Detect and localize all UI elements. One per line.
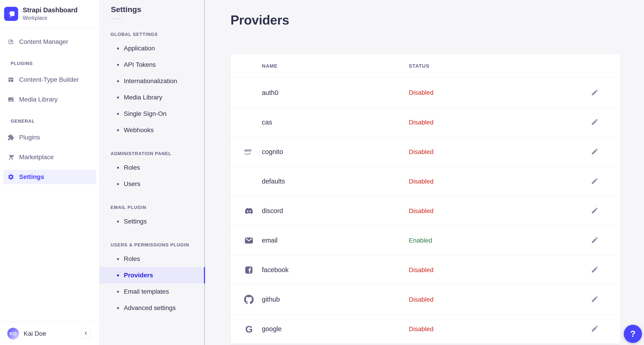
pencil-icon [591, 325, 598, 333]
collapse-sidebar-button[interactable] [81, 328, 90, 339]
edit-provider-button[interactable] [590, 265, 600, 275]
provider-status: Disabled [409, 326, 590, 333]
page-title: Providers [230, 12, 620, 28]
pencil-icon [591, 148, 598, 156]
column-header-status: STATUS [409, 63, 600, 69]
workspace-name: Workplace [23, 15, 78, 21]
sidebar-item-label: Marketplace [19, 154, 54, 161]
subnav-item-api-tokens[interactable]: API Tokens [100, 56, 205, 73]
edit-provider-button[interactable] [590, 236, 600, 246]
subnav-item-media-library[interactable]: Media Library [100, 89, 205, 106]
provider-name: cognito [262, 148, 283, 156]
avatar: KD [7, 328, 19, 340]
question-mark-icon: ? [630, 329, 635, 339]
settings-subnav: Settings GLOBAL SETTINGS Application API… [100, 0, 205, 345]
workspace-brand[interactable]: Strapi Dashboard Workplace [0, 0, 99, 28]
bullet-icon [117, 167, 119, 169]
sidebar-item-settings[interactable]: Settings [3, 170, 96, 184]
provider-status: Enabled [409, 237, 590, 244]
edit-provider-button[interactable] [590, 324, 600, 334]
provider-name: auth0 [262, 89, 278, 96]
subnav-item-admin-roles[interactable]: Roles [100, 160, 205, 176]
chevron-left-icon [83, 331, 88, 336]
edit-provider-button[interactable] [590, 118, 600, 128]
pencil-icon [591, 177, 598, 186]
provider-status: Disabled [409, 266, 590, 274]
provider-status: Disabled [409, 119, 590, 126]
subnav-item-single-sign-on[interactable]: Single Sign-On [100, 106, 205, 122]
subnav-item-webhooks[interactable]: Webhooks [100, 122, 205, 138]
subnav-item-internationalization[interactable]: Internationalization [100, 73, 205, 89]
sidebar-item-label: Content-Type Builder [19, 76, 79, 83]
pencil-icon [591, 207, 598, 215]
table-row: github Disabled [230, 284, 620, 314]
edit-provider-button[interactable] [590, 206, 600, 216]
bullet-icon [117, 258, 119, 260]
sidebar-section-plugins: PLUGINS [11, 61, 96, 66]
sidebar-item-content-manager[interactable]: Content Manager [3, 34, 96, 49]
table-header: NAME STATUS [230, 54, 620, 78]
bullet-icon [117, 80, 119, 82]
subnav-title: Settings [111, 5, 205, 14]
main-content: Providers NAME STATUS auth0 Disabled cas… [205, 0, 644, 345]
github-icon [244, 295, 254, 304]
pencil-icon [591, 266, 598, 274]
sidebar-item-plugins[interactable]: Plugins [3, 130, 96, 145]
edit-provider-button[interactable] [590, 294, 600, 304]
subnav-item-advanced-settings[interactable]: Advanced settings [100, 300, 205, 316]
user-zone: KD Kai Doe [0, 322, 99, 345]
sidebar-section-general: GENERAL [11, 118, 96, 124]
bullet-icon [117, 48, 119, 50]
subnav-item-email-templates[interactable]: Email templates [100, 284, 205, 300]
sidebar-item-marketplace[interactable]: Marketplace [3, 150, 96, 164]
table-row: discord Disabled [230, 196, 620, 226]
edit-provider-button[interactable] [590, 147, 600, 157]
provider-status: Disabled [409, 148, 590, 156]
settings-gear-icon [8, 174, 14, 180]
bullet-icon [117, 96, 119, 98]
subnav-item-email-settings[interactable]: Settings [100, 213, 205, 230]
plugins-puzzle-icon [8, 134, 14, 141]
pencil-icon [591, 88, 598, 97]
pencil-icon [591, 118, 598, 126]
subnav-item-admin-users[interactable]: Users [100, 176, 205, 192]
sidebar-item-label: Media Library [19, 96, 58, 103]
bullet-icon [117, 129, 119, 131]
pencil-icon [591, 295, 598, 304]
user-name: Kai Doe [24, 330, 76, 337]
provider-status: Disabled [409, 178, 590, 185]
table-row: email Enabled [230, 226, 620, 255]
provider-name: defaults [262, 178, 285, 185]
discord-icon [244, 207, 254, 215]
sidebar-item-media-library[interactable]: Media Library [3, 92, 96, 107]
subnav-section-email-plugin: EMAIL PLUGIN [110, 205, 205, 210]
strapi-logo-icon [4, 7, 18, 21]
bullet-icon [117, 113, 119, 115]
media-library-icon [8, 96, 14, 103]
subnav-item-providers[interactable]: Providers [100, 267, 205, 284]
bullet-icon [117, 220, 119, 222]
provider-name: cas [262, 118, 272, 126]
edit-provider-button[interactable] [590, 176, 600, 186]
provider-name: github [262, 296, 280, 303]
pencil-icon [591, 236, 598, 244]
app-title: Strapi Dashboard [23, 6, 78, 14]
bullet-icon [117, 183, 119, 185]
sidebar-item-label: Settings [19, 173, 44, 180]
table-row: facebook Disabled [230, 255, 620, 284]
subnav-item-up-roles[interactable]: Roles [100, 251, 205, 267]
edit-provider-button[interactable] [590, 88, 600, 98]
main-sidebar: Strapi Dashboard Workplace Content Manag… [0, 0, 100, 345]
provider-status: Disabled [409, 207, 590, 215]
table-row: aws cognito Disabled [230, 137, 620, 166]
provider-status: Disabled [409, 296, 590, 303]
svg-text:G: G [245, 324, 253, 334]
subnav-section-administration-panel: ADMINISTRATION PANEL [110, 151, 205, 156]
marketplace-cart-icon [8, 154, 14, 160]
provider-name: facebook [262, 266, 288, 274]
subnav-item-application[interactable]: Application [100, 40, 205, 56]
help-button[interactable]: ? [624, 325, 642, 343]
column-header-name: NAME [262, 63, 409, 69]
sidebar-item-content-type-builder[interactable]: Content-Type Builder [3, 72, 96, 87]
content-type-builder-icon [8, 76, 14, 83]
